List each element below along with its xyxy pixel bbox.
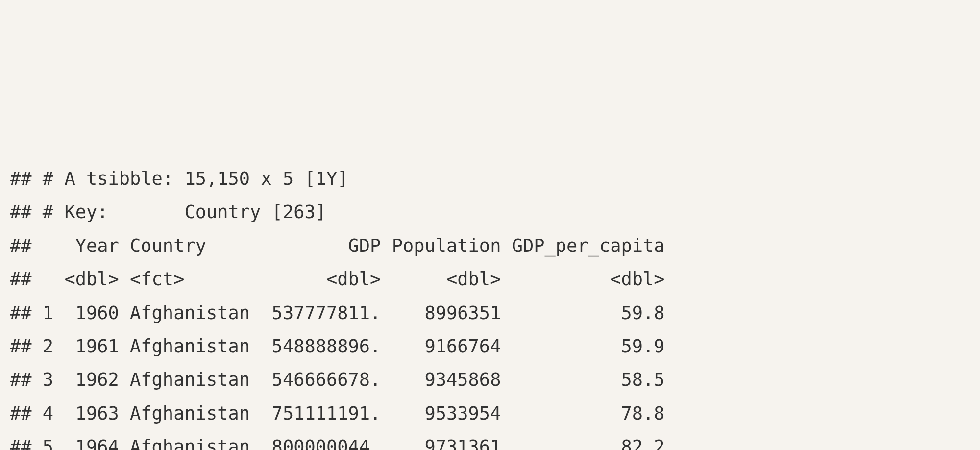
table-row: ## 4 1963 Afghanistan 751111191. 9533954…	[10, 397, 970, 430]
tsibble-key-line: ## # Key: Country [263]	[10, 196, 970, 229]
column-types-line: ## <dbl> <fct> <dbl> <dbl> <dbl>	[10, 263, 970, 296]
table-row: ## 2 1961 Afghanistan 548888896. 9166764…	[10, 330, 970, 363]
column-names-line: ## Year Country GDP Population GDP_per_c…	[10, 229, 970, 263]
table-row: ## 1 1960 Afghanistan 537777811. 8996351…	[10, 297, 970, 330]
table-row: ## 3 1962 Afghanistan 546666678. 9345868…	[10, 363, 970, 397]
console-output: ## # A tsibble: 15,150 x 5 [1Y]## # Key:…	[10, 162, 970, 450]
tsibble-header-line: ## # A tsibble: 15,150 x 5 [1Y]	[10, 162, 970, 196]
table-row: ## 5 1964 Afghanistan 800000044. 9731361…	[10, 430, 970, 450]
